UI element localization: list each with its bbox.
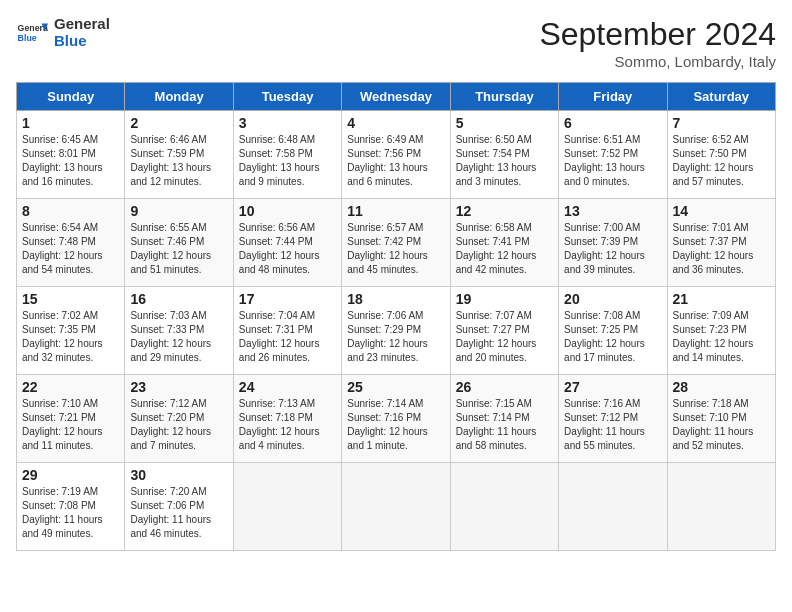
- cell-info: Sunrise: 6:55 AMSunset: 7:46 PMDaylight:…: [130, 221, 227, 277]
- day-header-sunday: Sunday: [17, 83, 125, 111]
- cell-info: Sunrise: 7:08 AMSunset: 7:25 PMDaylight:…: [564, 309, 661, 365]
- cell-info: Sunrise: 7:10 AMSunset: 7:21 PMDaylight:…: [22, 397, 119, 453]
- logo: General Blue General Blue: [16, 16, 110, 49]
- calendar-cell: 24Sunrise: 7:13 AMSunset: 7:18 PMDayligh…: [233, 375, 341, 463]
- calendar-cell: 15Sunrise: 7:02 AMSunset: 7:35 PMDayligh…: [17, 287, 125, 375]
- cell-info: Sunrise: 7:02 AMSunset: 7:35 PMDaylight:…: [22, 309, 119, 365]
- calendar-cell: 11Sunrise: 6:57 AMSunset: 7:42 PMDayligh…: [342, 199, 450, 287]
- cell-info: Sunrise: 6:54 AMSunset: 7:48 PMDaylight:…: [22, 221, 119, 277]
- day-number: 20: [564, 291, 661, 307]
- calendar-cell: 10Sunrise: 6:56 AMSunset: 7:44 PMDayligh…: [233, 199, 341, 287]
- calendar-cell: 6Sunrise: 6:51 AMSunset: 7:52 PMDaylight…: [559, 111, 667, 199]
- cell-info: Sunrise: 7:16 AMSunset: 7:12 PMDaylight:…: [564, 397, 661, 453]
- day-number: 16: [130, 291, 227, 307]
- day-number: 18: [347, 291, 444, 307]
- day-number: 10: [239, 203, 336, 219]
- cell-info: Sunrise: 6:49 AMSunset: 7:56 PMDaylight:…: [347, 133, 444, 189]
- cell-info: Sunrise: 7:13 AMSunset: 7:18 PMDaylight:…: [239, 397, 336, 453]
- calendar-cell: 8Sunrise: 6:54 AMSunset: 7:48 PMDaylight…: [17, 199, 125, 287]
- cell-info: Sunrise: 6:52 AMSunset: 7:50 PMDaylight:…: [673, 133, 770, 189]
- cell-info: Sunrise: 7:19 AMSunset: 7:08 PMDaylight:…: [22, 485, 119, 541]
- calendar-week-1: 1Sunrise: 6:45 AMSunset: 8:01 PMDaylight…: [17, 111, 776, 199]
- cell-info: Sunrise: 6:58 AMSunset: 7:41 PMDaylight:…: [456, 221, 553, 277]
- day-number: 24: [239, 379, 336, 395]
- svg-text:Blue: Blue: [18, 33, 37, 43]
- calendar-cell: 20Sunrise: 7:08 AMSunset: 7:25 PMDayligh…: [559, 287, 667, 375]
- calendar-cell: 13Sunrise: 7:00 AMSunset: 7:39 PMDayligh…: [559, 199, 667, 287]
- calendar-cell: [559, 463, 667, 551]
- cell-info: Sunrise: 7:06 AMSunset: 7:29 PMDaylight:…: [347, 309, 444, 365]
- day-number: 9: [130, 203, 227, 219]
- day-number: 22: [22, 379, 119, 395]
- calendar-cell: 9Sunrise: 6:55 AMSunset: 7:46 PMDaylight…: [125, 199, 233, 287]
- logo-blue: Blue: [54, 33, 110, 50]
- day-number: 30: [130, 467, 227, 483]
- day-number: 29: [22, 467, 119, 483]
- day-header-tuesday: Tuesday: [233, 83, 341, 111]
- logo-general: General: [54, 16, 110, 33]
- day-number: 15: [22, 291, 119, 307]
- calendar-week-5: 29Sunrise: 7:19 AMSunset: 7:08 PMDayligh…: [17, 463, 776, 551]
- calendar-cell: 22Sunrise: 7:10 AMSunset: 7:21 PMDayligh…: [17, 375, 125, 463]
- calendar-table: SundayMondayTuesdayWednesdayThursdayFrid…: [16, 82, 776, 551]
- calendar-cell: 4Sunrise: 6:49 AMSunset: 7:56 PMDaylight…: [342, 111, 450, 199]
- day-number: 25: [347, 379, 444, 395]
- cell-info: Sunrise: 7:15 AMSunset: 7:14 PMDaylight:…: [456, 397, 553, 453]
- cell-info: Sunrise: 7:03 AMSunset: 7:33 PMDaylight:…: [130, 309, 227, 365]
- cell-info: Sunrise: 7:04 AMSunset: 7:31 PMDaylight:…: [239, 309, 336, 365]
- calendar-cell: 17Sunrise: 7:04 AMSunset: 7:31 PMDayligh…: [233, 287, 341, 375]
- cell-info: Sunrise: 7:09 AMSunset: 7:23 PMDaylight:…: [673, 309, 770, 365]
- day-number: 5: [456, 115, 553, 131]
- calendar-body: 1Sunrise: 6:45 AMSunset: 8:01 PMDaylight…: [17, 111, 776, 551]
- cell-info: Sunrise: 7:12 AMSunset: 7:20 PMDaylight:…: [130, 397, 227, 453]
- cell-info: Sunrise: 6:48 AMSunset: 7:58 PMDaylight:…: [239, 133, 336, 189]
- calendar-cell: 25Sunrise: 7:14 AMSunset: 7:16 PMDayligh…: [342, 375, 450, 463]
- day-number: 17: [239, 291, 336, 307]
- day-number: 1: [22, 115, 119, 131]
- cell-info: Sunrise: 6:45 AMSunset: 8:01 PMDaylight:…: [22, 133, 119, 189]
- day-number: 6: [564, 115, 661, 131]
- day-number: 21: [673, 291, 770, 307]
- day-number: 3: [239, 115, 336, 131]
- cell-info: Sunrise: 7:01 AMSunset: 7:37 PMDaylight:…: [673, 221, 770, 277]
- calendar-week-2: 8Sunrise: 6:54 AMSunset: 7:48 PMDaylight…: [17, 199, 776, 287]
- day-header-friday: Friday: [559, 83, 667, 111]
- logo-icon: General Blue: [16, 17, 48, 49]
- calendar-cell: [450, 463, 558, 551]
- day-number: 26: [456, 379, 553, 395]
- day-header-monday: Monday: [125, 83, 233, 111]
- month-title: September 2024: [539, 16, 776, 53]
- calendar-cell: 28Sunrise: 7:18 AMSunset: 7:10 PMDayligh…: [667, 375, 775, 463]
- cell-info: Sunrise: 7:20 AMSunset: 7:06 PMDaylight:…: [130, 485, 227, 541]
- calendar-cell: [342, 463, 450, 551]
- day-number: 23: [130, 379, 227, 395]
- calendar-week-3: 15Sunrise: 7:02 AMSunset: 7:35 PMDayligh…: [17, 287, 776, 375]
- calendar-cell: 2Sunrise: 6:46 AMSunset: 7:59 PMDaylight…: [125, 111, 233, 199]
- calendar-cell: 7Sunrise: 6:52 AMSunset: 7:50 PMDaylight…: [667, 111, 775, 199]
- day-number: 4: [347, 115, 444, 131]
- calendar-cell: 16Sunrise: 7:03 AMSunset: 7:33 PMDayligh…: [125, 287, 233, 375]
- day-number: 27: [564, 379, 661, 395]
- calendar-week-4: 22Sunrise: 7:10 AMSunset: 7:21 PMDayligh…: [17, 375, 776, 463]
- day-number: 12: [456, 203, 553, 219]
- calendar-cell: 21Sunrise: 7:09 AMSunset: 7:23 PMDayligh…: [667, 287, 775, 375]
- day-number: 19: [456, 291, 553, 307]
- day-number: 28: [673, 379, 770, 395]
- calendar-cell: 14Sunrise: 7:01 AMSunset: 7:37 PMDayligh…: [667, 199, 775, 287]
- calendar-cell: 26Sunrise: 7:15 AMSunset: 7:14 PMDayligh…: [450, 375, 558, 463]
- calendar-cell: 5Sunrise: 6:50 AMSunset: 7:54 PMDaylight…: [450, 111, 558, 199]
- day-number: 11: [347, 203, 444, 219]
- calendar-cell: 23Sunrise: 7:12 AMSunset: 7:20 PMDayligh…: [125, 375, 233, 463]
- day-header-thursday: Thursday: [450, 83, 558, 111]
- calendar-cell: [667, 463, 775, 551]
- cell-info: Sunrise: 6:50 AMSunset: 7:54 PMDaylight:…: [456, 133, 553, 189]
- title-area: September 2024 Sommo, Lombardy, Italy: [539, 16, 776, 70]
- cell-info: Sunrise: 6:51 AMSunset: 7:52 PMDaylight:…: [564, 133, 661, 189]
- calendar-cell: 3Sunrise: 6:48 AMSunset: 7:58 PMDaylight…: [233, 111, 341, 199]
- calendar-cell: 12Sunrise: 6:58 AMSunset: 7:41 PMDayligh…: [450, 199, 558, 287]
- cell-info: Sunrise: 7:07 AMSunset: 7:27 PMDaylight:…: [456, 309, 553, 365]
- day-number: 14: [673, 203, 770, 219]
- location-subtitle: Sommo, Lombardy, Italy: [539, 53, 776, 70]
- day-number: 7: [673, 115, 770, 131]
- day-header-saturday: Saturday: [667, 83, 775, 111]
